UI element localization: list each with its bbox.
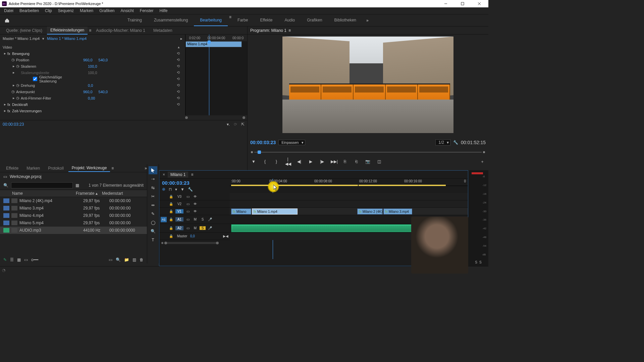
workspace-farbe[interactable]: Farbe	[231, 15, 254, 26]
export-frame-icon[interactable]: 📷	[365, 159, 370, 164]
stopwatch-icon[interactable]: ◷	[11, 89, 16, 94]
list-view-icon[interactable]: ☰	[10, 257, 14, 262]
menu-bearbeiten[interactable]: Bearbeiten	[17, 8, 42, 14]
timeline-zoom-slider[interactable]	[165, 242, 218, 244]
track-header-a2[interactable]: 🔒A2▭MS🎤	[159, 224, 230, 233]
maximize-button[interactable]	[455, 0, 470, 7]
workspace-overflow-icon[interactable]: »	[366, 18, 369, 23]
tab-protokoll[interactable]: Protokoll	[45, 165, 67, 172]
workspace-bearbeitung[interactable]: Bearbeitung	[194, 15, 228, 26]
play-icon[interactable]: ▸	[180, 37, 182, 41]
menu-grafiken[interactable]: Grafiken	[97, 8, 117, 14]
slip-tool-icon[interactable]: ⇔	[149, 201, 157, 209]
minimize-button[interactable]	[439, 0, 453, 7]
fit-dropdown[interactable]: Einpassen	[278, 140, 305, 145]
solo-icon[interactable]: S	[200, 218, 206, 221]
home-icon[interactable]	[0, 14, 14, 26]
snap-icon[interactable]: ❊	[162, 187, 165, 192]
col-framerate[interactable]: Framerate▴	[76, 191, 102, 196]
menu-marken[interactable]: Marken	[77, 8, 96, 14]
ec-playhead[interactable]	[209, 35, 209, 115]
clip-milano-3[interactable]: fxMilano 3.mp4	[383, 208, 412, 215]
project-search-input[interactable]	[11, 182, 73, 188]
add-marker-icon[interactable]: ▼	[251, 159, 256, 164]
reset-icon[interactable]: ⟲	[177, 58, 180, 62]
timeline-timecode[interactable]: 00:00:03:23	[162, 180, 227, 186]
reset-icon[interactable]: ⟲	[177, 70, 180, 75]
workspace-zusammenstellung[interactable]: Zusammenstellung	[148, 15, 194, 26]
eye-icon[interactable]: 👁	[192, 202, 198, 206]
ripple-edit-tool-icon[interactable]: ⇆	[149, 184, 157, 192]
col-medienstart[interactable]: Medienstart	[102, 191, 123, 196]
ec-motion-group[interactable]: ▸fx Bewegung ⟲	[3, 50, 182, 57]
stopwatch-icon[interactable]: ◷	[11, 58, 16, 62]
ec-keyframe-area[interactable]: 0:02:00 00:00:04:00 00:00:0 Milano 1.mp4	[185, 35, 247, 115]
label-color-swatch[interactable]	[3, 213, 9, 218]
workspace-bibliotheken[interactable]: Bibliotheken	[328, 15, 362, 26]
rotation-value[interactable]: 0,0	[88, 83, 93, 87]
program-viewport[interactable]	[282, 37, 453, 133]
ec-timecode[interactable]: 00:00:03:23	[3, 122, 24, 127]
tab-marken[interactable]: Marken	[23, 165, 43, 172]
col-name[interactable]: Name	[12, 191, 76, 196]
meter-solo-right[interactable]: S	[479, 260, 482, 264]
label-color-swatch[interactable]	[3, 206, 9, 210]
lock-icon[interactable]: 🔒	[168, 202, 174, 206]
zoom-slider[interactable]: o━━	[31, 257, 38, 262]
reset-icon[interactable]: ⟲	[177, 77, 180, 81]
track-header-v1[interactable]: 🔒V1▭👁	[159, 208, 230, 215]
label-color-swatch[interactable]	[3, 221, 9, 225]
solo-icon[interactable]: S	[200, 226, 206, 230]
voice-over-icon[interactable]: 🎤	[207, 226, 213, 230]
step-back-icon[interactable]: ◀|	[297, 159, 302, 164]
position-y[interactable]: 540,0	[99, 58, 108, 62]
clip-milano-2-4k[interactable]: fxMilano 2 (4K)	[357, 208, 383, 215]
tab-projekt[interactable]: Projekt: Werkzeuge	[68, 165, 110, 172]
trash-icon[interactable]: 🗑	[140, 257, 144, 262]
uniform-scale-checkbox[interactable]	[33, 77, 37, 81]
source-patch-a1[interactable]: A1	[161, 217, 167, 222]
close-sequence-icon[interactable]: ×	[163, 172, 165, 177]
mark-out-icon[interactable]: }	[274, 159, 279, 164]
ec-kf-clip[interactable]: Milano 1.mp4	[185, 41, 242, 47]
chevron-down-icon[interactable]: ▾	[42, 37, 44, 41]
ec-opacity-group[interactable]: ▸fx Deckkraft ⟲	[3, 101, 182, 108]
tab-effekte[interactable]: Effekte	[3, 165, 22, 172]
find-icon[interactable]: 🔍	[116, 257, 121, 262]
lock-icon[interactable]: 🔒	[168, 195, 174, 198]
collapse-tracks-icon[interactable]: ▶◀	[223, 234, 228, 238]
new-item-button[interactable]: ▥	[132, 257, 136, 262]
menu-fenster[interactable]: Fenster	[137, 8, 156, 14]
mute-icon[interactable]: M	[192, 218, 198, 221]
project-row[interactable]: Milano 3.mp429,97 fps00:00:00:00	[0, 204, 147, 212]
stopwatch-icon[interactable]: ◷	[16, 83, 21, 87]
go-to-in-icon[interactable]: |◀◀	[285, 157, 290, 166]
project-row[interactable]: Milano 5.mp429,97 fps00:00:00:00	[0, 219, 147, 227]
panel-menu-icon[interactable]: ≡	[288, 28, 291, 33]
eye-icon[interactable]: 👁	[192, 209, 198, 213]
close-button[interactable]	[472, 0, 486, 7]
track-header-v3[interactable]: 🔒V3▭👁	[159, 193, 230, 200]
workspace-menu-icon[interactable]: ≡	[229, 15, 231, 26]
auto-match-icon[interactable]: ▭	[109, 257, 112, 262]
icon-view-icon[interactable]: ▦	[17, 257, 21, 262]
workspace-grafiken[interactable]: Grafiken	[301, 15, 328, 26]
sequence-name[interactable]: Milano 1	[168, 172, 188, 178]
lock-icon[interactable]: 🔒	[168, 226, 174, 230]
label-color-swatch[interactable]	[3, 198, 9, 203]
selection-tool-icon[interactable]	[149, 166, 157, 174]
reset-icon[interactable]: ⟲	[177, 102, 180, 107]
timeline-ruler[interactable]: :00:00 00:00:04:00 00:00:08:00 00:00:12:…	[230, 179, 468, 186]
rectangle-tool-icon[interactable]: ◯	[149, 219, 157, 227]
freeform-view-icon[interactable]: ▭	[24, 257, 28, 262]
button-editor-icon[interactable]: ＋	[480, 159, 485, 165]
voice-over-icon[interactable]: 🎤	[207, 218, 213, 221]
lock-icon[interactable]: 🔒	[168, 209, 174, 213]
tab-source[interactable]: Quelle: (keine Clips)	[3, 27, 46, 34]
meter-solo-left[interactable]: S	[475, 260, 477, 264]
stopwatch-icon[interactable]: ◷	[16, 96, 21, 100]
sync-lock-icon[interactable]: ▭	[185, 195, 191, 198]
workspace-training[interactable]: Training	[121, 15, 148, 26]
mark-in-icon[interactable]: {	[262, 159, 268, 164]
project-row[interactable]: Milano 2 (4K).mp429,97 fps00:00:00:00	[0, 197, 147, 204]
